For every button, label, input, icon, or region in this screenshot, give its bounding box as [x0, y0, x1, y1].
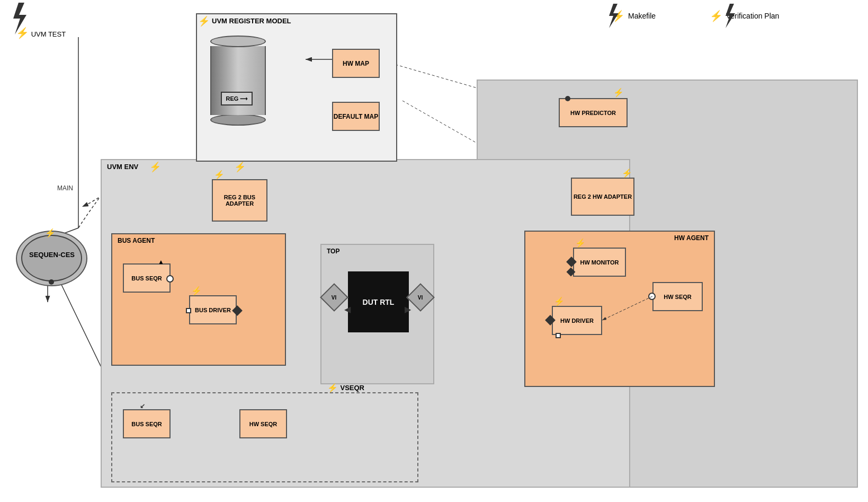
sequences-dot	[49, 279, 54, 285]
default-map-label: DEFAULT MAP	[334, 113, 378, 120]
uvm-env-lightning-icon[interactable]: ⚡	[149, 161, 161, 173]
vi-left-label: VI	[332, 294, 336, 300]
hw-agent-box: HW AGENT ⚡ HW MONITOR ⚡ HW DRIVER HW SEQ…	[524, 231, 715, 387]
uvm-test-svg	[0, 0, 106, 42]
svg-marker-29	[609, 4, 619, 28]
dut-arrow-left-icon: ◀	[344, 304, 351, 314]
bus-seqr-label: BUS SEQR	[131, 275, 162, 281]
vseqr-lightning-icon[interactable]: ⚡	[327, 383, 338, 393]
hw-map-arrow-svg	[303, 51, 335, 67]
reg2bus-lightning-icon[interactable]: ⚡	[214, 170, 225, 180]
bus-seqr-v-label: BUS SEQR	[131, 421, 162, 427]
bus-driver-lightning-icon[interactable]: ⚡	[191, 286, 202, 296]
dut-arrow-right-icon: ▶	[405, 304, 411, 314]
cylinder-top-ellipse	[210, 36, 266, 47]
reg-box: REG ⟶	[221, 92, 253, 105]
hw-map-label: HW MAP	[343, 60, 369, 67]
hw-predictor-label: HW PREDICTOR	[570, 110, 616, 116]
bus-seqr-box[interactable]: ▲ BUS SEQR	[123, 263, 171, 293]
uvm-env-label: UVM ENV	[107, 163, 138, 171]
makefile-lightning-svg	[604, 3, 620, 29]
vseqr-label-area: ⚡ VSEQR	[327, 383, 364, 393]
sequences-lightning-icon[interactable]: ⚡	[45, 228, 56, 238]
vi-right-label: VI	[418, 294, 423, 300]
hw-map-box[interactable]: HW MAP	[332, 49, 380, 78]
makefile-label: Makefile	[628, 12, 656, 20]
cylinder-bottom-ellipse	[210, 114, 266, 126]
reg2hw-label: REG 2 HW ADAPTER	[574, 193, 632, 200]
main-label: MAIN	[57, 184, 73, 192]
top-box: TOP DUT RTL VI VI ◀ ▶	[320, 244, 434, 384]
bus-driver-diamond	[232, 305, 243, 316]
bus-seqr-port-circle	[166, 275, 174, 283]
uvm-register-model-box: ⚡ UVM REGISTER MODEL REG ⟶ HW MAP	[196, 13, 397, 162]
hw-agent-internal-svg	[525, 232, 716, 388]
verif-plan-lightning-svg	[720, 3, 736, 29]
cylinder-wrap: REG ⟶	[210, 36, 266, 126]
cylinder-body: REG ⟶	[210, 46, 266, 115]
reg2bus-adapter-box[interactable]: ⚡ REG 2 BUS ADAPTER	[212, 179, 267, 222]
diagram-container: ⚡ UVM TEST ⚡ Makefile ⚡ Verification Pla…	[0, 0, 868, 502]
bus-seqr-v-arrow-icon: ↙	[140, 402, 145, 410]
bus-driver-label: BUS DRIVER	[195, 307, 231, 313]
vseqr-area: ⚡ VSEQR ↙ BUS SEQR HW SEQR	[111, 392, 418, 482]
uvm-reg-lightning-icon[interactable]: ⚡	[198, 15, 210, 27]
hw-seqr-v-label: HW SEQR	[249, 421, 278, 427]
reg2hw-adapter-box[interactable]: ⚡ REG 2 HW ADAPTER	[571, 178, 634, 216]
hw-predictor-box[interactable]: ⚡ HW PREDICTOR	[559, 98, 628, 127]
top-label: TOP	[327, 248, 339, 255]
bus-agent-label: BUS AGENT	[118, 237, 155, 244]
uvm-env-lightning2-icon[interactable]: ⚡	[234, 161, 246, 173]
vseqr-label: VSEQR	[340, 384, 364, 392]
uvm-reg-model-label: UVM REGISTER MODEL	[212, 17, 291, 25]
bus-seqr-v-box[interactable]: ↙ BUS SEQR	[123, 409, 171, 438]
hw-seqr-v-box[interactable]: HW SEQR	[239, 409, 287, 438]
dut-rtl-box: DUT RTL	[348, 271, 409, 332]
hw-predictor-lightning-icon[interactable]: ⚡	[613, 87, 624, 98]
bus-agent-box: BUS AGENT ▲ BUS SEQR ⚡ BUS DRIVER	[111, 233, 286, 366]
reg-arrow-icon: ⟶	[240, 96, 247, 102]
sequences-label: SEQUEN-CES	[25, 251, 78, 259]
reg-label: REG	[226, 95, 239, 102]
hw-predictor-dot	[565, 96, 570, 101]
bus-driver-square	[186, 308, 191, 313]
default-map-box[interactable]: DEFAULT MAP	[332, 102, 380, 131]
dut-rtl-label: DUT RTL	[363, 298, 395, 306]
svg-marker-30	[726, 4, 735, 28]
bus-driver-box[interactable]: ⚡ BUS DRIVER	[189, 295, 237, 324]
reg2bus-label: REG 2 BUS ADAPTER	[213, 194, 266, 207]
svg-marker-28	[13, 3, 26, 34]
svg-line-27	[602, 296, 652, 320]
reg2hw-lightning-icon[interactable]: ⚡	[622, 168, 632, 178]
bus-seqr-arrow-up: ▲	[158, 258, 164, 266]
